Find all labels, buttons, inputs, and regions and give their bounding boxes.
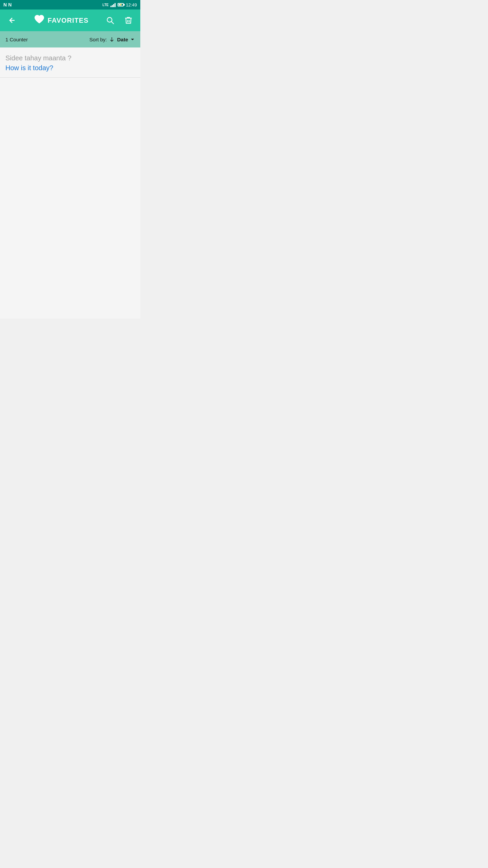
search-icon	[106, 16, 115, 25]
sort-bar: 1 Counter Sort by: Date	[0, 31, 140, 47]
sort-down-icon	[109, 36, 115, 42]
search-button[interactable]	[104, 14, 117, 27]
app-bar-left	[5, 14, 19, 27]
delete-button[interactable]	[122, 14, 135, 27]
counter-label: 1 Counter	[5, 37, 28, 42]
sort-value-label: Date	[117, 37, 128, 42]
sort-label: Sort by:	[89, 37, 107, 42]
svg-line-1	[111, 22, 114, 24]
notification-icon-2: N	[8, 2, 12, 7]
back-arrow-icon	[8, 16, 16, 24]
signal-icon	[110, 2, 116, 7]
status-bar: N N LTE ⚡ 12:49	[0, 0, 140, 9]
sort-section[interactable]: Sort by: Date	[89, 36, 135, 42]
notification-icon-1: N	[3, 2, 7, 7]
status-bar-right: LTE ⚡ 12:49	[102, 2, 137, 7]
main-content: Sidee tahay maanta ? How is it today?	[0, 47, 140, 319]
app-bar-title: FAVORITES	[48, 17, 89, 24]
app-bar: FAVORITES	[0, 9, 140, 31]
app-bar-center: FAVORITES	[34, 15, 89, 26]
status-bar-left: N N	[3, 2, 12, 7]
empty-space	[0, 78, 140, 315]
battery-icon: ⚡	[118, 3, 124, 6]
trash-icon	[124, 16, 133, 25]
svg-point-0	[107, 17, 112, 22]
item-original-text: Sidee tahay maanta ?	[5, 54, 135, 62]
app-bar-right	[104, 14, 135, 27]
chevron-down-icon	[130, 37, 135, 42]
back-button[interactable]	[5, 14, 19, 27]
time-display: 12:49	[126, 2, 137, 7]
lte-indicator: LTE	[102, 3, 108, 7]
heart-icon	[34, 15, 44, 26]
item-translation-text: How is it today?	[5, 64, 135, 72]
list-item[interactable]: Sidee tahay maanta ? How is it today?	[0, 47, 140, 78]
